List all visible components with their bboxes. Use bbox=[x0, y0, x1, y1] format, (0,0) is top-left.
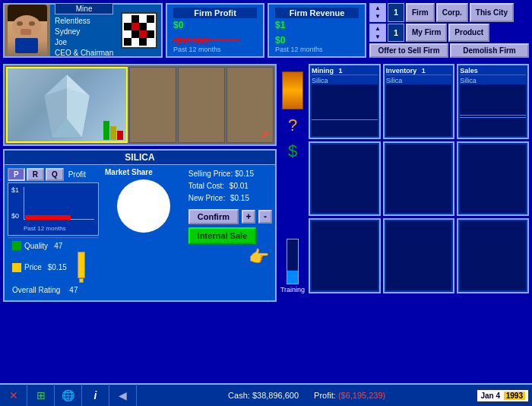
cash-value: $38,896,600 bbox=[252, 391, 299, 400]
selling-price-label: Selling Price: bbox=[188, 170, 233, 178]
my-firm-spinner[interactable]: ▲ ▼ bbox=[369, 24, 386, 43]
my-firm-spin-up[interactable]: ▲ bbox=[370, 24, 385, 33]
grid-cell-5-content bbox=[386, 144, 452, 214]
quality-label: Quality bbox=[24, 242, 48, 250]
sales-subtitle: Silica bbox=[460, 77, 526, 84]
firm-revenue-current: $1 bbox=[275, 20, 359, 30]
confirm-row: Confirm + - bbox=[188, 209, 272, 224]
offer-to-sell-button[interactable]: Offer to Sell Firm bbox=[369, 43, 448, 58]
bar-green bbox=[103, 121, 109, 140]
graph-high-label: $1 bbox=[11, 186, 19, 194]
firm-spin-down[interactable]: ▼ bbox=[370, 12, 385, 21]
my-firm-number: 1 bbox=[388, 24, 404, 43]
price-plus-button[interactable]: + bbox=[242, 210, 255, 224]
training-label: Training bbox=[280, 286, 305, 293]
date-label: Jan 4 1993 bbox=[477, 389, 529, 402]
firm-profit-current: $0 bbox=[173, 20, 257, 30]
sales-content bbox=[460, 84, 526, 136]
bar-yellow bbox=[110, 126, 116, 140]
product-display: ↗ bbox=[3, 64, 277, 146]
cash-label: Cash: $38,896,600 bbox=[228, 391, 299, 400]
silica-section: SILICA P R Q Profit $1 $0 bbox=[3, 149, 277, 302]
trend-icon: ↗ bbox=[260, 128, 269, 141]
profit-tab-label: Profit bbox=[68, 170, 86, 179]
product-image bbox=[6, 67, 128, 143]
ratings-section: Quality 47 Price $0.15 bbox=[8, 237, 99, 297]
profit-value: ($6,195,239) bbox=[338, 391, 385, 400]
overall-value: 47 bbox=[69, 286, 78, 294]
mining-title: Mining 1 bbox=[312, 67, 378, 75]
firm-revenue-past: $0 bbox=[275, 35, 359, 46]
player-detail: Relentless Sydney Joe CEO & Chairman bbox=[55, 16, 113, 59]
graph-low-label: $0 bbox=[11, 212, 19, 220]
firm-revenue-past-label: Past 12 months bbox=[275, 46, 359, 53]
question-icon[interactable]: ? bbox=[288, 116, 297, 135]
grid-cell-9-content bbox=[460, 221, 526, 290]
firm-spin-up[interactable]: ▲ bbox=[370, 4, 385, 12]
mining-subtitle: Silica bbox=[312, 77, 378, 84]
firm-revenue-title: Firm Revenue bbox=[275, 8, 359, 18]
p-tab[interactable]: P bbox=[8, 168, 25, 181]
year-label: 1993 bbox=[504, 392, 525, 400]
firm-number: 1 bbox=[388, 3, 404, 22]
training-progress-bar bbox=[287, 239, 299, 284]
overall-label: Overall Rating bbox=[12, 286, 60, 294]
side-icons: ? $ Training bbox=[280, 64, 306, 293]
inventory-cell: Inventory 1 Silica bbox=[383, 64, 455, 139]
right-controls: ▲ ▼ 1 Firm Corp. This City ▲ ▼ 1 My Firm… bbox=[369, 3, 529, 58]
inventory-content bbox=[386, 84, 452, 136]
silica-graph-area: P R Q Profit $1 $0 Past 12 months bbox=[8, 168, 99, 297]
profit-label: Profit: ($6,195,239) bbox=[314, 391, 385, 400]
tools-icon[interactable]: ✕ bbox=[0, 384, 27, 406]
grid-cell-4-content bbox=[312, 144, 378, 214]
dollar-icon[interactable]: $ bbox=[288, 141, 297, 161]
price-label: Price bbox=[24, 263, 42, 271]
sales-cell: Sales Silica bbox=[457, 64, 529, 139]
graph-past-label: Past 12 months bbox=[24, 225, 66, 232]
firm-profit-past-label: Past 12 months bbox=[173, 46, 257, 53]
r-tab[interactable]: R bbox=[27, 168, 44, 181]
player-city: Sydney bbox=[55, 27, 113, 37]
demolish-firm-button[interactable]: Demolish Firm bbox=[450, 43, 529, 58]
globe-icon[interactable]: 🌐 bbox=[55, 384, 82, 406]
player-card: Mine Relentless Sydney Joe CEO & Chairma… bbox=[3, 3, 163, 58]
silica-price-area: Selling Price: $0.15 Total Cost: $0.01 N… bbox=[188, 168, 272, 297]
bottom-status: Cash: $38,896,600 Profit: ($6,195,239) bbox=[137, 391, 477, 400]
grid-cell-5 bbox=[383, 141, 455, 217]
silica-market-area: Market Share bbox=[105, 168, 182, 297]
firm-profit-title: Firm Profit bbox=[173, 8, 257, 18]
sales-title: Sales bbox=[460, 67, 526, 75]
quality-value: 47 bbox=[54, 242, 62, 250]
player-title: CEO & Chairman bbox=[55, 48, 113, 59]
my-firm-spin-down[interactable]: ▼ bbox=[370, 33, 385, 41]
product-button[interactable]: Product bbox=[448, 24, 489, 43]
confirm-button[interactable]: Confirm bbox=[188, 209, 239, 224]
map-icon[interactable]: ⊞ bbox=[27, 384, 55, 406]
player-name: Relentless bbox=[55, 16, 113, 27]
firm-profit-past: ($30,000) bbox=[173, 36, 257, 46]
product-bar-chart bbox=[103, 109, 123, 140]
player-mine-label: Mine bbox=[76, 5, 93, 13]
total-cost-value: $0.01 bbox=[230, 182, 249, 190]
grid-cell-8 bbox=[383, 218, 455, 293]
info-icon[interactable]: i bbox=[82, 384, 109, 406]
back-icon[interactable]: ◀ bbox=[109, 384, 137, 406]
q-tab[interactable]: Q bbox=[46, 168, 64, 181]
bottom-bar: ✕ ⊞ 🌐 i ◀ Cash: $38,896,600 Profit: ($6,… bbox=[0, 383, 532, 406]
corp-button[interactable]: Corp. bbox=[436, 3, 468, 22]
wood-icon bbox=[282, 71, 303, 109]
my-firm-button[interactable]: My Firm bbox=[406, 24, 447, 43]
firm-spinner[interactable]: ▲ ▼ bbox=[369, 3, 386, 22]
firm-revenue-box: Firm Revenue $1 $0 Past 12 months bbox=[268, 3, 366, 58]
price-minus-button[interactable]: - bbox=[258, 210, 272, 224]
grid-cell-9 bbox=[457, 218, 529, 293]
price-indicator bbox=[12, 263, 21, 272]
bar-red bbox=[117, 131, 123, 140]
price-bottle-cap bbox=[79, 278, 84, 283]
price-info: Selling Price: $0.15 Total Cost: $0.01 N… bbox=[188, 168, 272, 205]
this-city-button[interactable]: This City bbox=[470, 3, 514, 22]
avatar bbox=[5, 5, 50, 56]
market-share-label: Market Share bbox=[105, 168, 182, 176]
internal-sale-button[interactable]: Internal Sale bbox=[188, 227, 256, 244]
firm-button[interactable]: Firm bbox=[406, 3, 435, 22]
